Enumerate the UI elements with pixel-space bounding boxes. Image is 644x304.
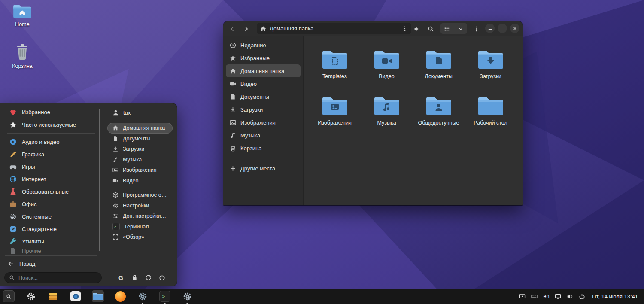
menu-search[interactable] bbox=[4, 272, 102, 283]
tweaks-launcher[interactable] bbox=[181, 290, 193, 302]
app-software[interactable]: Программное обеспе... bbox=[107, 190, 173, 201]
app-menu-launcher[interactable] bbox=[3, 290, 15, 302]
desktop-icon-trash[interactable]: Корзина bbox=[6, 43, 39, 69]
category-audio-video[interactable]: Аудио и видео bbox=[0, 136, 102, 148]
category-frequent[interactable]: Часто используемые bbox=[0, 119, 102, 131]
folder-icon-pictures bbox=[321, 95, 349, 117]
sidebar-item-videos[interactable]: Видео bbox=[226, 77, 301, 90]
sidebar-item-pictures[interactable]: Изображения bbox=[226, 116, 301, 129]
place-pictures[interactable]: Изображения bbox=[107, 165, 173, 176]
path-bar[interactable]: Домашняя папка bbox=[257, 23, 411, 34]
app-menu-shortcuts: tux Домашняя папка Документы Загрузки Му… bbox=[106, 103, 173, 286]
star-icon bbox=[9, 121, 17, 128]
folder-item-public[interactable]: Общедоступные bbox=[413, 94, 465, 141]
search-button[interactable] bbox=[425, 23, 436, 34]
sidebar-item-music[interactable]: Музыка bbox=[226, 129, 301, 142]
folder-item-pictures[interactable]: Изображения bbox=[309, 94, 361, 141]
category-system[interactable]: Системные bbox=[0, 210, 102, 223]
lock-button[interactable] bbox=[130, 273, 140, 283]
files-headerbar[interactable]: Домашняя папка bbox=[223, 21, 523, 36]
app-terminal[interactable]: >_Терминал bbox=[107, 222, 173, 232]
camera-launcher[interactable] bbox=[70, 290, 82, 302]
folder-item-documents[interactable]: Документы bbox=[413, 48, 465, 94]
category-accessories[interactable]: Стандартные bbox=[0, 223, 102, 235]
category-graphics[interactable]: Графика bbox=[0, 148, 102, 161]
desktop-icon-label: Home bbox=[15, 21, 29, 27]
folder-item-videos[interactable]: Видео bbox=[361, 48, 413, 94]
control-center-launcher[interactable] bbox=[137, 290, 149, 302]
desktop-icon-home[interactable]: Home bbox=[6, 3, 39, 27]
menu-divider bbox=[112, 120, 171, 120]
gear-icon bbox=[9, 213, 17, 220]
sidebar-item-recent[interactable]: Недавние bbox=[226, 39, 301, 52]
starred-button[interactable] bbox=[410, 23, 422, 34]
folder-item-music[interactable]: Музыка bbox=[361, 94, 413, 141]
sidebar-item-documents[interactable]: Документы bbox=[226, 90, 301, 103]
display-icon[interactable] bbox=[555, 293, 561, 300]
camera-icon bbox=[70, 291, 81, 301]
place-label: Изображения bbox=[123, 167, 157, 173]
power-icon bbox=[159, 274, 165, 281]
power-icon[interactable] bbox=[579, 293, 585, 300]
folder-item-downloads[interactable]: Загрузки bbox=[465, 48, 516, 94]
menu-divider bbox=[7, 133, 95, 134]
category-other[interactable]: Прочие bbox=[0, 248, 102, 254]
place-music[interactable]: Музыка bbox=[107, 155, 173, 165]
restart-button[interactable] bbox=[143, 273, 153, 283]
clock[interactable]: Пт, 14 июля 13:41 bbox=[592, 293, 638, 300]
category-favorites[interactable]: Избранное bbox=[0, 106, 102, 119]
volume-icon[interactable] bbox=[567, 293, 573, 300]
files-content-area[interactable]: Templates Видео Документы Загрузки Изобр… bbox=[304, 36, 523, 205]
user-switch-button[interactable]: G bbox=[116, 273, 126, 283]
menu-scrollbar[interactable] bbox=[99, 109, 100, 251]
window-menu-button[interactable] bbox=[471, 23, 482, 34]
user-item[interactable]: tux bbox=[106, 107, 173, 118]
power-button[interactable] bbox=[157, 273, 167, 283]
minimize-button[interactable] bbox=[485, 24, 495, 33]
pencil-tile-icon bbox=[9, 225, 17, 233]
menu-search-input[interactable] bbox=[18, 274, 97, 281]
place-label: Музыка bbox=[123, 157, 142, 163]
sidebar-item-other-locations[interactable]: Другие места bbox=[226, 162, 301, 175]
language-indicator[interactable]: en bbox=[543, 293, 549, 299]
category-utilities[interactable]: Утилиты bbox=[0, 235, 102, 248]
firefox-launcher[interactable] bbox=[114, 290, 126, 302]
music-icon bbox=[112, 157, 118, 163]
category-internet[interactable]: Интернет bbox=[0, 173, 102, 185]
star-icon bbox=[230, 55, 236, 61]
place-home[interactable]: Домашняя папка bbox=[107, 123, 173, 134]
category-office[interactable]: Офис bbox=[0, 198, 102, 210]
sidebar-item-home[interactable]: Домашняя папка bbox=[226, 64, 301, 77]
place-downloads[interactable]: Загрузки bbox=[107, 144, 173, 155]
category-games[interactable]: Игры bbox=[0, 161, 102, 173]
folder-item-desktop[interactable]: Рабочий стол bbox=[465, 94, 516, 141]
back-button[interactable] bbox=[227, 23, 238, 34]
keyboard-icon[interactable] bbox=[531, 293, 538, 300]
back-menu-item[interactable]: Назад bbox=[0, 258, 35, 270]
view-list-button[interactable] bbox=[440, 26, 454, 32]
app-settings[interactable]: Настройки bbox=[107, 201, 173, 211]
package-manager-launcher[interactable] bbox=[47, 290, 59, 302]
sidebar-label: Видео bbox=[240, 81, 257, 87]
terminal-launcher[interactable]: >_ bbox=[159, 290, 171, 302]
path-menu-icon[interactable] bbox=[402, 26, 408, 32]
forward-button[interactable] bbox=[240, 23, 252, 34]
files-launcher[interactable] bbox=[92, 290, 104, 302]
place-documents[interactable]: Документы bbox=[107, 134, 173, 144]
media-icon bbox=[9, 138, 17, 146]
app-overview[interactable]: «Обзор» bbox=[107, 232, 173, 243]
app-tweaks[interactable]: Доп. настройки GNO... bbox=[107, 211, 173, 222]
sidebar-item-starred[interactable]: Избранные bbox=[226, 52, 301, 64]
close-button[interactable] bbox=[510, 24, 519, 33]
sidebar-item-trash[interactable]: Корзина bbox=[226, 142, 301, 155]
app-label: «Обзор» bbox=[123, 234, 144, 240]
category-education[interactable]: Образовательные bbox=[0, 185, 102, 198]
folder-item-templates[interactable]: Templates bbox=[309, 48, 361, 94]
settings-launcher[interactable] bbox=[25, 290, 37, 302]
sidebar-item-downloads[interactable]: Загрузки bbox=[226, 103, 301, 116]
place-videos[interactable]: Видео bbox=[107, 176, 173, 186]
maximize-button[interactable] bbox=[498, 24, 507, 33]
app-menu: Избранное Часто используемые Аудио и вид… bbox=[0, 103, 177, 286]
view-options-button[interactable] bbox=[454, 26, 468, 32]
screencast-icon[interactable] bbox=[519, 293, 526, 300]
